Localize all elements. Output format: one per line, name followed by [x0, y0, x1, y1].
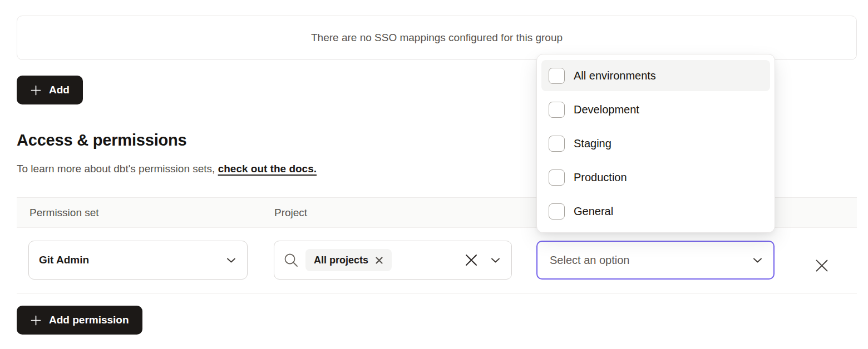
dropdown-option-development[interactable]: Development: [541, 94, 770, 125]
project-tag: All projects: [305, 249, 392, 271]
option-label: Production: [574, 171, 627, 184]
project-multiselect[interactable]: All projects: [274, 241, 512, 280]
option-label: General: [574, 205, 613, 218]
column-header-project: Project: [274, 198, 307, 227]
sso-empty-message: There are no SSO mappings configured for…: [311, 32, 563, 44]
checkbox-unchecked[interactable]: [549, 169, 565, 186]
permission-set-select[interactable]: Git Admin: [28, 241, 248, 280]
sso-mappings-empty-state: There are no SSO mappings configured for…: [17, 16, 857, 60]
group-settings-page: There are no SSO mappings configured for…: [0, 0, 868, 349]
add-permission-button[interactable]: Add permission: [17, 306, 142, 335]
add-permission-button-label: Add permission: [49, 314, 129, 326]
clear-selection-icon[interactable]: [464, 253, 479, 267]
add-button-label: Add: [49, 84, 70, 96]
environment-dropdown-menu: All environments Development Staging Pro…: [536, 54, 775, 233]
chevron-down-icon: [491, 257, 500, 263]
dropdown-option-all-environments[interactable]: All environments: [541, 60, 770, 91]
docs-link[interactable]: check out the docs.: [218, 163, 317, 174]
permission-set-value: Git Admin: [39, 254, 89, 266]
tag-remove-icon[interactable]: [375, 256, 383, 265]
page-title: Access & permissions: [17, 131, 187, 149]
environment-placeholder: Select an option: [550, 254, 629, 267]
remove-permission-row-button[interactable]: [806, 251, 837, 282]
permission-row: Git Admin All projects: [17, 228, 857, 293]
dropdown-option-staging[interactable]: Staging: [541, 128, 770, 159]
checkbox-unchecked[interactable]: [549, 68, 565, 84]
dropdown-option-production[interactable]: Production: [541, 162, 770, 193]
option-label: Development: [574, 103, 639, 116]
add-sso-mapping-button[interactable]: Add: [17, 76, 83, 104]
project-tag-label: All projects: [314, 255, 368, 266]
checkbox-unchecked[interactable]: [549, 102, 565, 118]
chevron-down-icon: [226, 257, 236, 263]
chevron-down-icon: [753, 257, 762, 263]
option-label: All environments: [574, 69, 656, 82]
dropdown-option-general[interactable]: General: [541, 196, 770, 227]
search-icon: [283, 252, 299, 268]
checkbox-unchecked[interactable]: [549, 136, 565, 152]
option-label: Staging: [574, 137, 611, 150]
plus-icon: [30, 315, 42, 326]
environment-select[interactable]: Select an option: [536, 241, 775, 280]
column-header-permission-set: Permission set: [29, 198, 99, 227]
close-icon: [814, 258, 830, 275]
description-text: To learn more about dbt's permission set…: [17, 163, 218, 174]
plus-icon: [30, 84, 42, 96]
checkbox-unchecked[interactable]: [549, 203, 565, 220]
section-description: To learn more about dbt's permission set…: [17, 163, 317, 175]
